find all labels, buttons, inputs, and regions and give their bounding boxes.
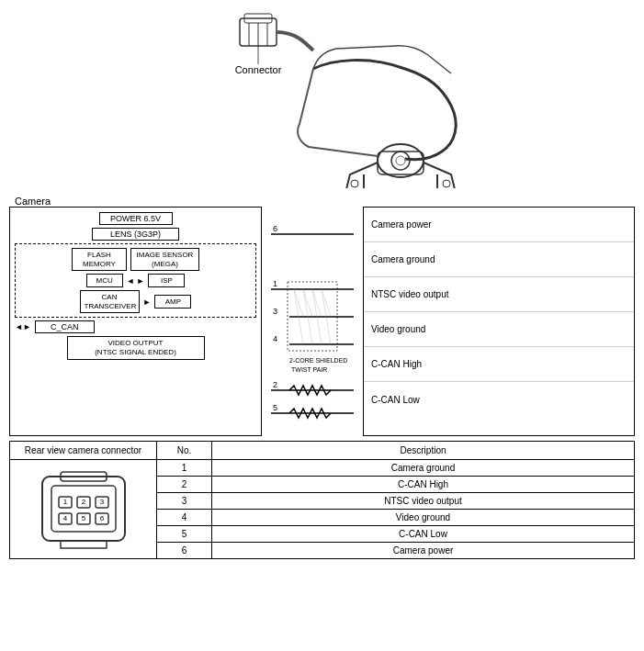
table-row-no: 2 — [157, 477, 212, 493]
svg-point-11 — [351, 180, 358, 187]
svg-text:1: 1 — [62, 498, 67, 506]
table-row-no: 1 — [157, 460, 212, 477]
svg-text:2: 2 — [81, 498, 85, 506]
svg-text:3: 3 — [99, 498, 104, 506]
display-block: Display Camera power Camera ground NTSC … — [363, 207, 635, 436]
wiring-diagram: 6 1 3 4 2-CORE SHIELDED TWIST PAIR 2 — [271, 207, 354, 436]
isp-box: ISP — [148, 274, 185, 287]
image-sensor-box: IMAGE SENSOR(MEGA) — [130, 248, 199, 271]
flash-memory-box: FLASHMEMORY — [72, 248, 127, 271]
c-can-box: C_CAN — [35, 320, 95, 333]
display-item-ccan-high: C-CAN High — [364, 347, 634, 382]
camera-block: Camera POWER 6.5V LENS (3G3P) FLASHMEMOR… — [9, 207, 262, 436]
connector-image-cell: 1 2 3 4 5 6 — [10, 460, 157, 559]
table-row-description: Camera ground — [212, 460, 635, 477]
table-header-connector: Rear view camera connector — [10, 442, 157, 460]
can-transceiver-box: CANTRANSCEIVER — [80, 290, 140, 313]
table-row-description: NTSC video output — [212, 493, 635, 510]
table-row-no: 5 — [157, 526, 212, 543]
mcu-box: MCU — [86, 274, 123, 287]
svg-text:5: 5 — [273, 403, 277, 412]
svg-point-9 — [396, 156, 405, 165]
camera-block-title: Camera — [15, 196, 51, 207]
video-output-box: VIDEO OUTPUT(NTSC SIGNAL ENDED) — [67, 336, 205, 359]
connector-table-section: Rear view camera connector No. Descripti… — [0, 436, 644, 564]
svg-text:6: 6 — [273, 224, 277, 233]
svg-text:4: 4 — [273, 334, 277, 343]
svg-text:3: 3 — [273, 307, 277, 316]
camera-svg: Connector — [148, 5, 497, 188]
dashed-inner-box: FLASHMEMORY IMAGE SENSOR(MEGA) MCU ◄► IS… — [15, 243, 256, 318]
svg-rect-10 — [378, 152, 424, 174]
svg-text:1: 1 — [273, 279, 277, 288]
table-row-no: 6 — [157, 543, 212, 559]
connector-table: Rear view camera connector No. Descripti… — [9, 441, 635, 559]
svg-text:6: 6 — [99, 514, 104, 522]
table-row-description: Camera power — [212, 543, 635, 559]
svg-text:4: 4 — [62, 514, 67, 522]
svg-text:TWIST PAIR: TWIST PAIR — [291, 366, 327, 373]
table-row-description: Video ground — [212, 510, 635, 526]
camera-illustration: Connector — [0, 0, 644, 193]
table-row-description: C-CAN Low — [212, 526, 635, 543]
amp-box: AMP — [154, 295, 191, 309]
svg-point-12 — [443, 180, 450, 187]
display-item-ntsc: NTSC video output — [364, 277, 634, 312]
table-header-no: No. — [157, 442, 212, 460]
connector-diagram-svg: 1 2 3 4 5 6 — [33, 467, 134, 550]
table-row-no: 3 — [157, 493, 212, 510]
power-box: POWER 6.5V — [99, 212, 173, 225]
svg-point-8 — [391, 152, 410, 170]
table-row-no: 4 — [157, 510, 212, 526]
svg-text:2: 2 — [273, 380, 277, 389]
display-item-ground: Camera ground — [364, 242, 634, 277]
table-row-description: C-CAN High — [212, 477, 635, 493]
table-header-desc: Description — [212, 442, 635, 460]
display-item-ccan-low: C-CAN Low — [364, 382, 634, 417]
svg-text:5: 5 — [81, 514, 85, 522]
svg-text:2-CORE SHIELDED: 2-CORE SHIELDED — [289, 357, 347, 364]
lens-box: LENS (3G3P) — [92, 228, 179, 241]
display-item-video-ground: Video ground — [364, 312, 634, 347]
display-item-power: Camera power — [364, 208, 634, 242]
svg-text:Connector: Connector — [234, 64, 281, 75]
